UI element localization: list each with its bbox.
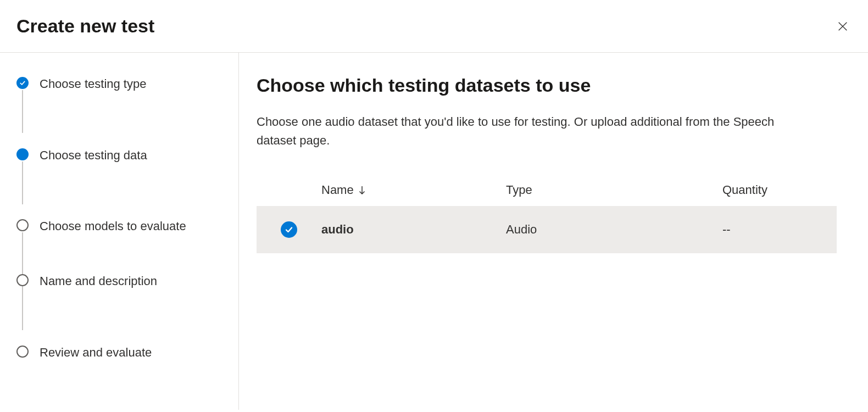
table-header: Name Type Quantity bbox=[257, 177, 837, 206]
step-indicator-pending bbox=[16, 219, 29, 231]
wizard-step-review-evaluate[interactable]: Review and evaluate bbox=[16, 343, 222, 361]
step-indicator-completed bbox=[16, 77, 29, 89]
content-heading: Choose which testing datasets to use bbox=[257, 75, 852, 96]
wizard-step-choose-testing-data[interactable]: Choose testing data bbox=[16, 146, 222, 164]
column-header-name[interactable]: Name bbox=[321, 183, 506, 197]
wizard-step-choose-models[interactable]: Choose models to evaluate bbox=[16, 217, 222, 235]
checkmark-icon bbox=[19, 80, 26, 86]
step-connector bbox=[22, 90, 23, 133]
checkmark-icon bbox=[285, 225, 293, 234]
content-description: Choose one audio dataset that you'd like… bbox=[257, 113, 817, 150]
dialog-header: Create new test bbox=[0, 0, 868, 53]
cell-name: audio bbox=[321, 222, 506, 237]
table-row[interactable]: audio Audio -- bbox=[257, 206, 837, 253]
step-indicator-pending bbox=[16, 346, 29, 358]
step-label: Choose testing data bbox=[40, 146, 147, 164]
datasets-table: Name Type Quantity bbox=[257, 177, 837, 253]
wizard-step-list: Choose testing type Choose testing data … bbox=[16, 75, 222, 360]
row-select-cell bbox=[257, 221, 321, 238]
cell-type: Audio bbox=[506, 222, 722, 237]
column-label: Quantity bbox=[722, 183, 767, 197]
step-label: Name and description bbox=[40, 272, 157, 289]
close-button[interactable] bbox=[834, 18, 852, 35]
close-icon bbox=[837, 20, 849, 32]
step-indicator-current bbox=[16, 148, 29, 160]
row-select-checkbox[interactable] bbox=[281, 221, 297, 238]
wizard-content: Choose which testing datasets to use Cho… bbox=[239, 53, 868, 410]
column-header-quantity[interactable]: Quantity bbox=[722, 183, 837, 197]
step-connector bbox=[22, 287, 23, 330]
dialog-title: Create new test bbox=[16, 15, 154, 37]
wizard-sidebar: Choose testing type Choose testing data … bbox=[0, 53, 239, 410]
step-indicator-pending bbox=[16, 274, 29, 286]
column-label: Type bbox=[506, 183, 532, 197]
step-label: Review and evaluate bbox=[40, 343, 152, 361]
cell-quantity: -- bbox=[722, 222, 837, 237]
column-header-type[interactable]: Type bbox=[506, 183, 722, 197]
sort-descending-icon bbox=[358, 185, 366, 195]
column-label: Name bbox=[321, 183, 354, 197]
dialog-body: Choose testing type Choose testing data … bbox=[0, 53, 868, 410]
step-connector bbox=[22, 162, 23, 204]
step-label: Choose models to evaluate bbox=[40, 217, 186, 235]
wizard-step-choose-testing-type[interactable]: Choose testing type bbox=[16, 75, 222, 92]
wizard-step-name-description[interactable]: Name and description bbox=[16, 272, 222, 289]
step-label: Choose testing type bbox=[40, 75, 146, 92]
